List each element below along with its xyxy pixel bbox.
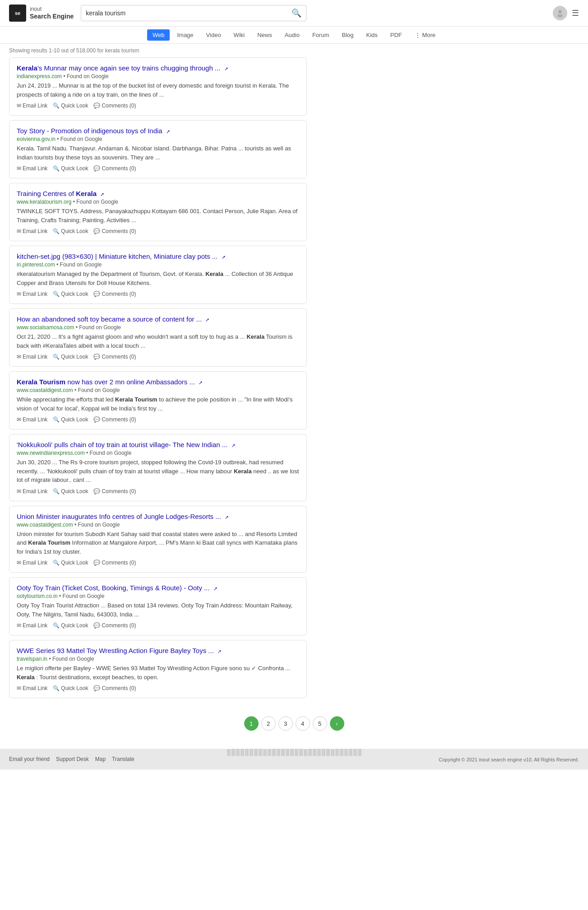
comments-btn-8[interactable]: 💬 Comments (0) [93, 560, 136, 566]
result-card-4: kitchen-set.jpg (983×630) | Miniature ki… [9, 246, 307, 304]
page-btn-2[interactable]: 2 [261, 716, 276, 731]
tab-web[interactable]: Web [147, 29, 170, 41]
comments-btn-7[interactable]: 💬 Comments (0) [93, 488, 136, 495]
comments-btn-1[interactable]: 💬 Comments (0) [93, 103, 136, 109]
email-link-btn-8[interactable]: ✉ Email Link [17, 560, 47, 566]
tab-pdf[interactable]: PDF [385, 29, 407, 41]
result-desc-3: TWINKLE SOFT TOYS. Address, Panayakazhup… [17, 207, 299, 224]
result-card-2: Toy Story - Promotion of indigenous toys… [9, 120, 307, 178]
page-next-btn[interactable]: › [330, 716, 344, 731]
comments-btn-9[interactable]: 💬 Comments (0) [93, 622, 136, 629]
pagination: 1 2 3 4 5 › [0, 703, 588, 740]
page-btn-3[interactable]: 3 [278, 716, 293, 731]
result-title-4[interactable]: kitchen-set.jpg (983×630) | Miniature ki… [17, 252, 299, 260]
result-title-3[interactable]: Training Centres of Kerala ➚ [17, 190, 299, 197]
comments-btn-5[interactable]: 💬 Comments (0) [93, 354, 136, 360]
quick-look-btn-8[interactable]: 🔍 Quick Look [53, 560, 88, 566]
quick-look-btn-10[interactable]: 🔍 Quick Look [53, 685, 88, 691]
email-link-btn-5[interactable]: ✉ Email Link [17, 354, 47, 360]
email-link-btn-1[interactable]: ✉ Email Link [17, 103, 47, 109]
search-button[interactable]: 🔍 [292, 8, 301, 18]
quick-look-btn-2[interactable]: 🔍 Quick Look [53, 165, 88, 172]
result-title-2[interactable]: Toy Story - Promotion of indigenous toys… [17, 127, 299, 135]
user-avatar[interactable] [553, 6, 567, 20]
result-source-10: travelspan.in • Found on Google [17, 656, 299, 662]
email-link-btn-4[interactable]: ✉ Email Link [17, 291, 47, 297]
quick-look-btn-1[interactable]: 🔍 Quick Look [53, 103, 88, 109]
result-desc-10: Le migliori offerte per Bayley - WWE Ser… [17, 664, 299, 681]
result-desc-1: Jun 24, 2019 ... Munnar is at the top of… [17, 81, 299, 99]
result-title-8[interactable]: Union Minister inaugurates Info centres … [17, 513, 299, 520]
result-title-7[interactable]: 'Nokkukooli' pulls chain of toy train at… [17, 441, 299, 448]
page-btn-4[interactable]: 4 [296, 716, 310, 731]
comments-btn-3[interactable]: 💬 Comments (0) [93, 228, 136, 234]
hamburger-menu[interactable]: ☰ [572, 8, 579, 18]
email-link-btn-6[interactable]: ✉ Email Link [17, 416, 47, 423]
result-source-7: www.newindianexpress.com • Found on Goog… [17, 450, 299, 456]
tab-image[interactable]: Image [171, 29, 199, 41]
footer-link-map[interactable]: Map [95, 756, 106, 762]
result-desc-6: While appreciating the efforts that led … [17, 395, 299, 413]
logo-icon: se [9, 5, 26, 22]
result-source-1: indianexpress.com • Found on Google [17, 73, 299, 79]
result-actions-5: ✉ Email Link 🔍 Quick Look 💬 Comments (0) [17, 354, 299, 360]
email-link-btn-9[interactable]: ✉ Email Link [17, 622, 47, 629]
quick-look-btn-9[interactable]: 🔍 Quick Look [53, 622, 88, 629]
footer-links: Email your friend Support Desk Map Trans… [9, 756, 134, 762]
result-actions-4: ✉ Email Link 🔍 Quick Look 💬 Comments (0) [17, 291, 299, 297]
tab-blog[interactable]: Blog [336, 29, 359, 41]
result-actions-2: ✉ Email Link 🔍 Quick Look 💬 Comments (0) [17, 165, 299, 172]
result-title-10[interactable]: WWE Series 93 Mattel Toy Wrestling Actio… [17, 647, 299, 654]
quick-look-btn-7[interactable]: 🔍 Quick Look [53, 488, 88, 495]
result-card-3: Training Centres of Kerala ➚ www.keralat… [9, 183, 307, 241]
quick-look-btn-3[interactable]: 🔍 Quick Look [53, 228, 88, 234]
result-desc-4: #keralatourism Managed by the Department… [17, 270, 299, 287]
result-source-4: in.pinterest.com • Found on Google [17, 261, 299, 268]
logo-engine: Search Engine [30, 13, 74, 20]
comments-btn-6[interactable]: 💬 Comments (0) [93, 416, 136, 423]
footer-link-support[interactable]: Support Desk [56, 756, 89, 762]
result-title-1[interactable]: Kerala's Munnar may once again see toy t… [17, 64, 299, 72]
result-actions-8: ✉ Email Link 🔍 Quick Look 💬 Comments (0) [17, 560, 299, 566]
tab-news[interactable]: News [252, 29, 278, 41]
results-info: Showing results 1-10 out of 518,000 for … [0, 44, 588, 57]
search-bar[interactable]: 🔍 [81, 5, 306, 21]
tab-video[interactable]: Video [201, 29, 227, 41]
result-title-5[interactable]: How an abandoned soft toy became a sourc… [17, 315, 299, 323]
footer-link-translate[interactable]: Translate [112, 756, 134, 762]
footer-link-email[interactable]: Email your friend [9, 756, 50, 762]
email-link-btn-2[interactable]: ✉ Email Link [17, 165, 47, 172]
result-title-6[interactable]: Kerala Tourism now has over 2 mn online … [17, 378, 299, 386]
result-desc-9: Ooty Toy Train Tourist Attraction ... Ba… [17, 601, 299, 619]
tab-more[interactable]: ⋮ More [409, 29, 441, 41]
tab-wiki[interactable]: Wiki [228, 29, 250, 41]
page-btn-5[interactable]: 5 [313, 716, 327, 731]
comments-btn-4[interactable]: 💬 Comments (0) [93, 291, 136, 297]
page-btn-1[interactable]: 1 [244, 716, 259, 731]
email-link-btn-7[interactable]: ✉ Email Link [17, 488, 47, 495]
tab-forum[interactable]: Forum [307, 29, 335, 41]
tab-kids[interactable]: Kids [361, 29, 383, 41]
tab-audio[interactable]: Audio [279, 29, 305, 41]
comments-btn-10[interactable]: 💬 Comments (0) [93, 685, 136, 691]
svg-point-0 [558, 10, 562, 14]
quick-look-btn-5[interactable]: 🔍 Quick Look [53, 354, 88, 360]
result-card-10: WWE Series 93 Mattel Toy Wrestling Actio… [9, 640, 307, 698]
footer-copyright: Copyright © 2021 inout search engine v10… [439, 757, 579, 762]
result-source-2: eoivienna.gov.in • Found on Google [17, 136, 299, 142]
quick-look-btn-4[interactable]: 🔍 Quick Look [53, 291, 88, 297]
email-link-btn-3[interactable]: ✉ Email Link [17, 228, 47, 234]
result-title-9[interactable]: Ooty Toy Train (Ticket Cost, Booking, Ti… [17, 584, 299, 592]
result-card-1: Kerala's Munnar may once again see toy t… [9, 57, 307, 116]
result-actions-6: ✉ Email Link 🔍 Quick Look 💬 Comments (0) [17, 416, 299, 423]
quick-look-btn-6[interactable]: 🔍 Quick Look [53, 416, 88, 423]
result-source-9: ootytourism.co.in • Found on Google [17, 593, 299, 599]
result-actions-10: ✉ Email Link 🔍 Quick Look 💬 Comments (0) [17, 685, 299, 691]
result-source-6: www.coastaldigest.com • Found on Google [17, 387, 299, 393]
logo-area: se inout Search Engine [9, 5, 74, 22]
email-link-btn-10[interactable]: ✉ Email Link [17, 685, 47, 691]
comments-btn-2[interactable]: 💬 Comments (0) [93, 165, 136, 172]
search-input[interactable] [86, 9, 292, 17]
result-source-5: www.socialsamosa.com • Found on Google [17, 324, 299, 331]
results-container: Kerala's Munnar may once again see toy t… [0, 57, 316, 698]
